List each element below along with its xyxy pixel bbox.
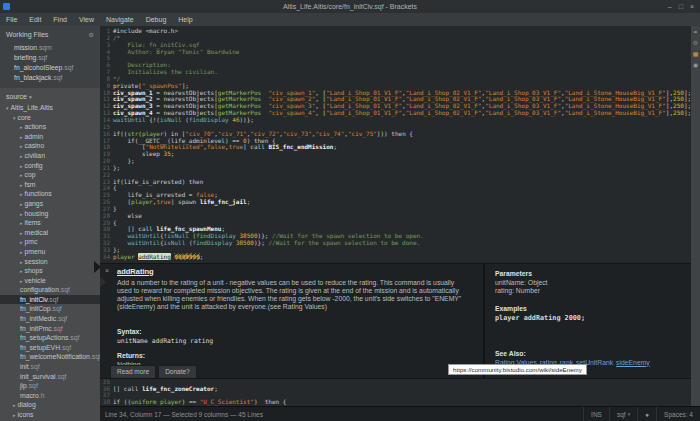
menu-debug[interactable]: Debug [140,16,173,23]
chevron-right-icon[interactable]: ▸ [13,412,16,418]
chevron-right-icon[interactable]: ▸ [20,134,23,140]
tree-folder-dialog[interactable]: ▸dialog [0,400,100,410]
tree-folder-vehicle[interactable]: ▸vehicle [0,276,100,286]
chevron-down-icon[interactable]: ▾ [6,105,9,111]
tree-folder-config[interactable]: ▸config [0,161,100,171]
chevron-right-icon[interactable]: ▸ [20,230,23,236]
tree-folder-civilian[interactable]: ▸civilian [0,151,100,161]
tree-file-fn_initCop[interactable]: fn_initCop.sqf [0,304,100,314]
tree-folder-fsm[interactable]: ▸fsm [0,180,100,190]
chevron-right-icon[interactable]: ▸ [20,143,23,149]
tree-folder-items[interactable]: ▸items [0,218,100,228]
tree-folder-medical[interactable]: ▸medical [0,228,100,238]
tree-file-init[interactable]: init.sqf [0,362,100,372]
code-line-18[interactable]: 18 ["NotWhitelisted",false,true] call BI… [100,144,691,151]
chevron-right-icon[interactable]: ▸ [20,124,23,130]
tree-file-fn_setupActions[interactable]: fn_setupActions.sqf [0,333,100,343]
tree-file-macro[interactable]: macro.h [0,391,100,401]
code-line-36[interactable]: 36[] call life_fnc_zoneCreator; [100,386,691,393]
donate-button[interactable]: Donate? [158,365,197,378]
chevron-right-icon[interactable]: ▸ [20,163,23,169]
language-selector[interactable]: sqf▾ [609,407,637,421]
code-line-4[interactable]: 4 Author: Bryan "Tonic" Boardwine [100,49,691,56]
menu-edit[interactable]: Edit [23,16,47,23]
close-button[interactable]: × [690,3,694,10]
menu-help[interactable]: Help [172,16,198,23]
chevron-right-icon[interactable]: ▸ [20,259,23,265]
close-icon[interactable]: × [105,267,109,274]
tree-folder-casino[interactable]: ▸casino [0,141,100,151]
code-line-14[interactable]: 14waitUntil {!(isNull (findDisplay 46))}… [100,117,691,124]
working-file-fn_blackjack[interactable]: fn_blackjack.sqf [0,72,100,82]
tree-folder-pmc[interactable]: ▸pmc [0,237,100,247]
chevron-right-icon[interactable]: ▸ [20,239,23,245]
code-editor[interactable]: 1#include <macro.h>2/*3 File: fn_initCiv… [100,26,691,406]
chevron-right-icon[interactable]: ▸ [20,182,23,188]
maximize-button[interactable]: □ [679,3,683,10]
chevron-right-icon[interactable]: ▸ [20,220,23,226]
menu-view[interactable]: View [73,16,100,23]
tree-file-jip[interactable]: jip.sqf [0,381,100,391]
code-line-26[interactable]: 26 [player,true] spawn life_fnc_jail; [100,199,691,206]
project-dropdown[interactable]: source ▾ [0,88,100,103]
tree-folder-session[interactable]: ▸session [0,257,100,267]
code-line-21[interactable]: 21}; [100,165,691,172]
extension-manager-icon[interactable]: ▦ [693,51,699,57]
tree-folder-actions[interactable]: ▸actions [0,122,100,132]
code-line-23[interactable]: 23if(life_is_arrested) then [100,179,691,186]
code-line-38[interactable]: 38if ((uniform player) == "U_C_Scientist… [100,399,691,406]
code-line-7[interactable]: 7 Initializes the civilian. [100,69,691,76]
indent-setting[interactable]: Spaces: 4 [656,407,700,421]
code-line-20[interactable]: 20 }; [100,158,691,165]
menu-file[interactable]: File [0,16,23,23]
chevron-right-icon[interactable]: ▸ [20,278,23,284]
code-line-5[interactable]: 5 [100,55,691,62]
health-report-icon[interactable]: ◉ [693,62,698,68]
chevron-right-icon[interactable]: ▸ [20,153,23,159]
live-preview-icon[interactable]: ≈ [694,29,697,35]
chevron-right-icon[interactable]: ▸ [20,249,23,255]
tree-file-fn_setupEVH[interactable]: fn_setupEVH.sqf [0,343,100,353]
tree-file-init_survival[interactable]: init_survival.sqf [0,372,100,382]
code-line-34[interactable]: 34player addRating 9999999; [100,254,691,261]
tree-folder-cop[interactable]: ▸cop [0,170,100,180]
insert-mode-indicator[interactable]: INS [583,407,609,421]
tree-file-fn_initCiv[interactable]: fn_initCiv.sqf [0,295,100,305]
code-line-1[interactable]: 1#include <macro.h> [100,28,691,35]
tree-file-configuration[interactable]: configuration.sqf [0,285,100,295]
extract-icon[interactable]: ⚙ [693,40,698,46]
tree-folder-admin[interactable]: ▸admin [0,132,100,142]
see-also-link-sideenemy[interactable]: sideEnemy [616,359,650,366]
tree-file-fn_welcomeNotification[interactable]: fn_welcomeNotification.sqf [0,352,100,362]
gear-icon[interactable]: ⚙ [89,31,94,38]
working-file-mission[interactable]: mission.sqm [0,42,100,52]
working-file-fn_alcoholSleep[interactable]: fn_alcoholSleep.sqf [0,62,100,72]
chevron-right-icon[interactable]: ▸ [20,201,23,207]
tree-folder-housing[interactable]: ▸housing [0,209,100,219]
lint-status-icon[interactable]: ● [637,407,656,421]
tree-file-fn_initMedic[interactable]: fn_initMedic.sqf [0,314,100,324]
tree-folder-core[interactable]: ▾core [0,113,100,123]
tree-folder-Altis_Life.Altis[interactable]: ▾Altis_Life.Altis [0,103,100,113]
chevron-right-icon[interactable]: ▸ [20,211,23,217]
tree-folder-functions[interactable]: ▸functions [0,189,100,199]
chevron-right-icon[interactable]: ▸ [13,402,16,408]
tree-folder-icons[interactable]: ▸icons [0,410,100,420]
code-line-32[interactable]: 32 waitUntil{isNull (findDisplay 38500)}… [100,240,691,247]
chevron-right-icon[interactable]: ▸ [20,191,23,197]
chevron-right-icon[interactable]: ▸ [20,172,23,178]
tree-folder-gangs[interactable]: ▸gangs [0,199,100,209]
code-line-19[interactable]: 19 sleep 35; [100,151,691,158]
tree-folder-shops[interactable]: ▸shops [0,266,100,276]
code-line-28[interactable]: 28 else [100,213,691,220]
tree-file-fn_initPmc[interactable]: fn_initPmc.sqf [0,324,100,334]
working-file-briefing[interactable]: briefing.sqf [0,52,100,62]
chevron-down-icon[interactable]: ▾ [13,115,16,121]
menu-find[interactable]: Find [47,16,73,23]
read-more-button[interactable]: Read more [110,365,156,378]
tree-folder-pmenu[interactable]: ▸pmenu [0,247,100,257]
code-line-27[interactable]: 27} [100,206,691,213]
chevron-right-icon[interactable]: ▸ [20,268,23,274]
menu-navigate[interactable]: Navigate [100,16,140,23]
minimize-button[interactable]: – [668,3,672,10]
